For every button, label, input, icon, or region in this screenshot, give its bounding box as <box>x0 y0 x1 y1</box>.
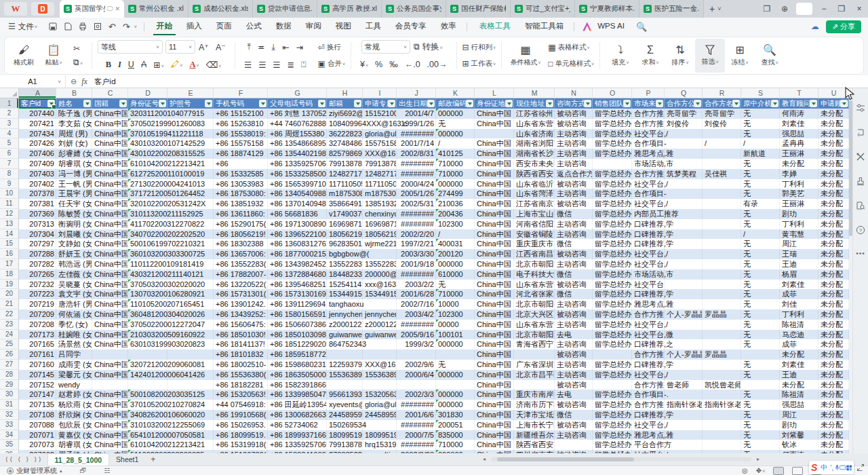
ime-punct-icon[interactable]: ’, <box>830 464 833 472</box>
file-tab[interactable]: S国任财产保险样本.x <box>446 0 511 18</box>
grid-cell[interactable]: 陕西省西安 <box>514 169 555 179</box>
grid-cell[interactable]: ######## <box>397 420 436 430</box>
grid-cell[interactable]: 无 <box>741 169 780 179</box>
grid-cell[interactable]: 未分配 <box>780 159 818 169</box>
grid-cell[interactable] <box>703 390 741 400</box>
insert-function-icon[interactable]: fx <box>81 77 87 87</box>
grid-cell[interactable] <box>363 339 397 349</box>
grid-cell[interactable]: 411702200312270822 <box>128 219 167 229</box>
grid-cell[interactable]: 未分配 <box>818 249 849 259</box>
grid-cell[interactable]: 未分配 <box>818 330 849 340</box>
grid-cell[interactable]: 未分配 <box>818 129 849 139</box>
grid-cell[interactable]: +86 1343982452: <box>268 259 327 269</box>
grid-cell[interactable]: 王迪 <box>780 259 818 269</box>
grid-cell[interactable] <box>128 349 167 360</box>
filter-dropdown-icon[interactable] <box>694 100 701 107</box>
table-header-cell[interactable]: 身份证号 <box>128 98 167 109</box>
grid-cell[interactable]: +86 1573130169 <box>268 289 327 299</box>
grid-cell[interactable]: wendy <box>56 380 92 390</box>
grid-cell[interactable]: 360103200303300725 <box>128 249 167 259</box>
grid-cell[interactable]: 吴晓蔓 (女 <box>56 280 92 290</box>
grid-cell[interactable]: 杨欣雨 (女 <box>56 400 92 410</box>
grid-cell[interactable]: 无 <box>741 209 780 219</box>
grid-cell[interactable]: 370502199901260083 <box>128 119 167 129</box>
grid-cell[interactable]: 未分配 <box>818 269 849 280</box>
column-header-F[interactable]: F <box>214 88 268 98</box>
align-top-icon[interactable]: ⤒ <box>243 42 254 52</box>
filter-dropdown-icon[interactable] <box>623 100 631 107</box>
grid-cell[interactable]: 无 <box>741 400 780 410</box>
grid-cell[interactable]: ######## <box>397 129 436 139</box>
grid-cell[interactable]: +86 13611860: <box>214 209 268 219</box>
filter-dropdown-icon[interactable] <box>810 100 817 107</box>
underline-button[interactable]: U <box>125 60 138 69</box>
grid-cell[interactable]: China中国 <box>92 219 128 229</box>
grid-cell[interactable]: 市场活动,市 <box>632 269 665 280</box>
grid-cell[interactable]: +86 田延岭13954 <box>268 400 327 410</box>
grid-cell[interactable]: 207282 <box>19 259 56 269</box>
grid-cell[interactable]: 刘佳 <box>780 299 818 309</box>
grid-cell[interactable]: 去电 <box>555 390 593 400</box>
grid-cell[interactable]: 社交平台,/ <box>632 420 665 430</box>
table-style-button[interactable]: ▦表格样式˅ <box>548 39 594 56</box>
grid-cell[interactable]: 956613934 <box>327 390 363 400</box>
grid-cell[interactable]: 未分配 <box>780 349 818 360</box>
grid-cell[interactable]: China中国 <box>475 420 514 430</box>
file-tab[interactable]: S医护五险一金.xlsx <box>639 0 704 18</box>
grid-cell[interactable]: 207208 <box>19 320 56 330</box>
grid-cell[interactable]: hrq153199 <box>363 440 397 450</box>
grid-cell[interactable]: 138519326 <box>363 199 397 209</box>
grid-cell[interactable]: 207440 <box>19 109 56 119</box>
grid-cell[interactable]: +86 19910568( <box>214 410 268 420</box>
grid-cell[interactable]: 122593794 <box>327 360 363 370</box>
grid-cell[interactable]: 1999/3/2 <box>397 339 436 349</box>
grid-cell[interactable] <box>703 299 741 309</box>
column-header-S[interactable]: S <box>741 88 780 98</box>
grid-cell[interactable]: 未分配 <box>818 179 849 189</box>
grid-cell[interactable]: 何依涵 (女 <box>56 309 92 320</box>
grid-cell[interactable]: China中国 <box>92 209 128 219</box>
grid-cell[interactable] <box>703 149 741 159</box>
minimize-button[interactable]: − <box>815 4 833 14</box>
grid-cell[interactable]: 340826200106060020 <box>128 410 167 420</box>
grid-cell[interactable]: 430103200107142529 <box>128 138 167 149</box>
grid-cell[interactable]: 未分配 <box>818 320 849 330</box>
column-header-M[interactable]: M <box>514 88 555 98</box>
grid-cell[interactable]: 未分配 <box>818 420 849 430</box>
grid-cell[interactable]: +86 17882007- <box>214 269 268 280</box>
grid-cell[interactable]: tanghaoxu <box>327 299 363 309</box>
number-format-select[interactable]: 常规˅ <box>361 40 410 54</box>
grid-cell[interactable]: 10000 <box>436 299 475 309</box>
grid-cell[interactable]: 合作方推荐 <box>632 349 665 360</box>
grid-cell[interactable]: 口碑推荐,学 <box>632 239 665 249</box>
grid-cell[interactable]: 301830 <box>436 410 475 420</box>
grid-cell[interactable]: 山东省临沂市 <box>514 179 555 189</box>
grid-cell[interactable]: 留学总经办 <box>593 119 632 129</box>
grid-cell[interactable]: 135522836 <box>363 259 397 269</box>
grid-cell[interactable]: +86 1391129694. <box>268 299 327 309</box>
grid-cell[interactable]: 罗晶晶 <box>703 309 741 320</box>
grid-cell[interactable]: China中国 <box>475 339 514 349</box>
grid-cell[interactable]: XXX@163. <box>363 149 397 159</box>
grid-cell[interactable]: 留学总经办 <box>593 129 632 139</box>
grid-cell[interactable]: 重庆重庆市 <box>514 239 555 249</box>
grid-cell[interactable]: 未分配 <box>818 239 849 249</box>
strikethrough-button[interactable]: A <box>138 60 150 69</box>
grid-cell[interactable]: 未分配 <box>818 360 849 370</box>
sheet-nav-arrows[interactable]: ⟨⟨ ⟨ ⟩ ⟩⟩ <box>5 456 43 463</box>
ime-lang-mode[interactable]: 中 <box>821 463 827 472</box>
grid-cell[interactable]: 主动咨询 <box>555 189 593 199</box>
grid-cell[interactable]: 留学总经办 <box>593 440 632 450</box>
grid-cell[interactable]: China中国 <box>92 370 128 380</box>
grid-cell[interactable]: China中国 <box>92 330 128 340</box>
grid-cell[interactable] <box>665 320 703 330</box>
grid-cell[interactable] <box>327 380 363 390</box>
grid-cell[interactable]: 社交平台,/ <box>632 179 665 189</box>
grid-cell[interactable]: China中国 <box>475 159 514 169</box>
increase-font-icon[interactable]: A⁺ <box>195 42 212 52</box>
grid-cell[interactable]: China中国 <box>92 179 128 189</box>
grid-cell[interactable]: 王一帆 (男 <box>56 179 92 189</box>
filter-dropdown-icon[interactable] <box>505 100 513 107</box>
grid-cell[interactable]: China中国 <box>92 189 128 199</box>
grid-cell[interactable]: +86 18182281 <box>214 380 268 390</box>
